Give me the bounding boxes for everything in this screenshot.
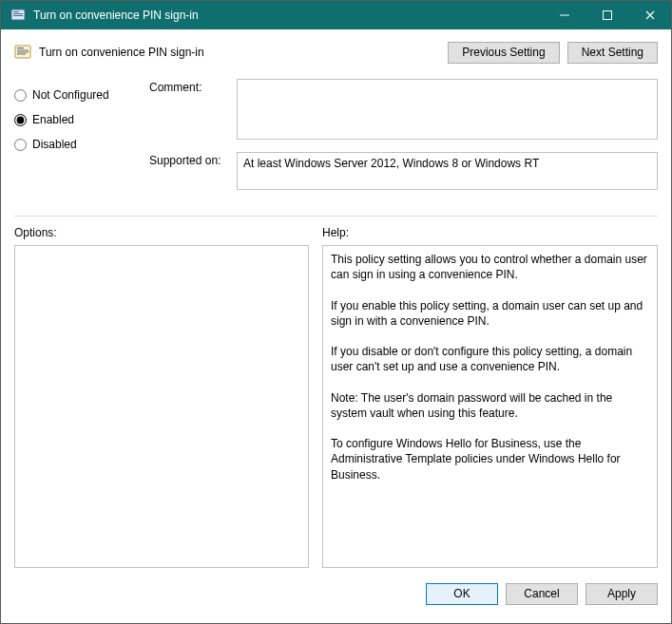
- policy-name: Turn on convenience PIN sign-in: [39, 46, 448, 59]
- radio-not-configured-input[interactable]: [14, 89, 27, 102]
- options-panel[interactable]: [14, 245, 309, 568]
- dialog-window: Turn on convenience PIN sign-in: [0, 0, 672, 624]
- fields-column: Comment: Supported on:: [149, 79, 658, 202]
- svg-rect-4: [560, 15, 569, 16]
- comment-textarea[interactable]: [237, 79, 658, 140]
- svg-rect-5: [603, 11, 611, 20]
- radio-disabled-input[interactable]: [14, 139, 27, 151]
- comment-label: Comment:: [149, 79, 237, 142]
- svg-rect-0: [11, 9, 25, 20]
- supported-label: Supported on:: [149, 152, 237, 193]
- lower-section: Options: Help: This policy setting allow…: [14, 226, 658, 568]
- apply-button[interactable]: Apply: [586, 583, 658, 605]
- radio-disabled[interactable]: Disabled: [14, 132, 138, 157]
- radio-not-configured[interactable]: Not Configured: [14, 83, 138, 107]
- svg-rect-2: [13, 13, 23, 14]
- svg-rect-10: [17, 54, 26, 55]
- minimize-button[interactable]: [543, 1, 586, 29]
- svg-rect-3: [13, 15, 23, 16]
- state-radio-group: Not Configured Enabled Disabled: [14, 79, 138, 202]
- help-panel[interactable]: This policy setting allows you to contro…: [322, 245, 658, 568]
- radio-enabled[interactable]: Enabled: [14, 107, 138, 132]
- window-title: Turn on convenience PIN sign-in: [33, 9, 543, 22]
- options-column: Options:: [14, 226, 309, 568]
- radio-not-configured-label: Not Configured: [32, 88, 109, 102]
- next-setting-button[interactable]: Next Setting: [567, 42, 658, 64]
- maximize-button[interactable]: [586, 1, 628, 29]
- options-label: Options:: [14, 226, 309, 239]
- help-label: Help:: [322, 226, 658, 239]
- svg-rect-8: [17, 50, 29, 51]
- close-button[interactable]: [628, 1, 671, 29]
- svg-rect-9: [17, 52, 29, 53]
- titlebar: Turn on convenience PIN sign-in: [1, 1, 671, 29]
- footer-buttons: OK Cancel Apply: [14, 568, 658, 610]
- nav-buttons: Previous Setting Next Setting: [448, 42, 658, 64]
- supported-textarea[interactable]: [237, 152, 658, 190]
- supported-row: Supported on:: [149, 152, 658, 193]
- policy-app-icon: [10, 8, 26, 23]
- content-area: Turn on convenience PIN sign-in Previous…: [1, 29, 671, 623]
- svg-rect-1: [13, 11, 19, 12]
- previous-setting-button[interactable]: Previous Setting: [448, 42, 559, 64]
- help-column: Help: This policy setting allows you to …: [322, 226, 658, 568]
- svg-rect-7: [17, 47, 24, 48]
- radio-enabled-input[interactable]: [14, 114, 27, 126]
- upper-section: Not Configured Enabled Disabled Comment:: [14, 79, 658, 202]
- cancel-button[interactable]: Cancel: [506, 583, 578, 605]
- header-row: Turn on convenience PIN sign-in Previous…: [14, 39, 658, 66]
- separator: [14, 216, 658, 217]
- radio-enabled-label: Enabled: [32, 113, 74, 126]
- window-controls: [543, 1, 671, 29]
- ok-button[interactable]: OK: [426, 583, 498, 605]
- comment-row: Comment:: [149, 79, 658, 142]
- policy-icon: [14, 44, 31, 61]
- radio-disabled-label: Disabled: [32, 138, 77, 151]
